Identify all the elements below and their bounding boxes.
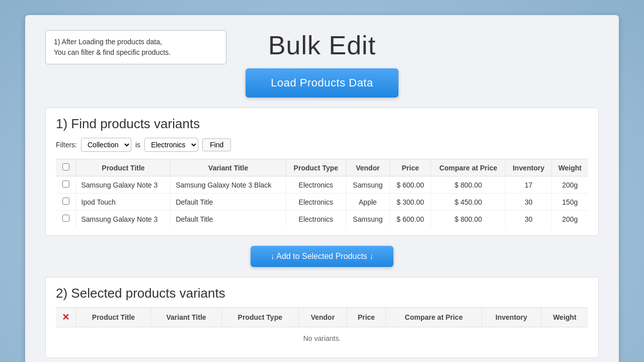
- instruction-text-2: You can filter & find specific products.: [54, 48, 171, 56]
- row-checkbox-2[interactable]: [62, 215, 69, 222]
- filters-label: Filters:: [56, 141, 77, 149]
- no-variants-row: No variants.: [56, 327, 588, 350]
- row-checkbox-0[interactable]: [62, 180, 69, 188]
- filter-operator: is: [135, 141, 140, 149]
- header-area: 1) After Loading the products data, You …: [45, 30, 599, 98]
- col-weight-header: Weight: [551, 159, 588, 176]
- table-row: Samsung Galaxy Note 3 Samsung Galaxy Not…: [56, 176, 588, 194]
- col-price-header: Price: [390, 159, 431, 176]
- load-products-button[interactable]: Load Products Data: [246, 68, 398, 98]
- selected-section-title: 2) Selected products variants: [56, 286, 588, 301]
- find-products-table: Product Title Variant Title Product Type…: [56, 159, 588, 227]
- col-vendor-header: Vendor: [346, 159, 389, 176]
- row-price: $ 600.00: [390, 211, 431, 228]
- no-variants-message: No variants.: [56, 327, 588, 350]
- select-all-checkbox[interactable]: [62, 163, 69, 170]
- row-checkbox-cell: [56, 176, 76, 194]
- row-product-title: Samsung Galaxy Note 3: [76, 211, 171, 228]
- remove-all-icon[interactable]: ✕: [62, 312, 69, 322]
- row-product-type: Electronics: [286, 194, 346, 211]
- row-vendor: Samsung: [346, 211, 389, 228]
- sel-col-weight: Weight: [541, 308, 588, 327]
- selected-products-section: 2) Selected products variants ✕ Product …: [45, 277, 599, 358]
- selected-products-table: ✕ Product Title Variant Title Product Ty…: [56, 307, 588, 349]
- row-product-type: Electronics: [286, 211, 346, 228]
- filters-row: Filters: Collection is Electronics Find: [56, 138, 588, 152]
- col-variant-title-header: Variant Title: [171, 159, 286, 176]
- row-checkbox-cell: [56, 194, 76, 211]
- row-checkbox-1[interactable]: [62, 198, 69, 205]
- find-section-title: 1) Find products variants: [56, 116, 588, 132]
- find-products-section: 1) Find products variants Filters: Colle…: [45, 108, 599, 236]
- filter-field-select[interactable]: Collection: [81, 138, 131, 152]
- col-checkbox-header: [56, 159, 76, 176]
- row-compare-price: $ 800.00: [431, 211, 506, 228]
- col-inventory-header: Inventory: [506, 159, 551, 176]
- row-price: $ 300.00: [390, 194, 431, 211]
- row-inventory: 17: [506, 176, 551, 194]
- row-vendor: Samsung: [346, 176, 389, 194]
- row-product-title: Samsung Galaxy Note 3: [76, 176, 171, 194]
- row-price: $ 600.00: [390, 176, 431, 194]
- row-inventory: 30: [506, 194, 551, 211]
- row-variant-title: Default Title: [171, 211, 286, 228]
- col-remove-header: ✕: [56, 308, 76, 327]
- col-product-title-header: Product Title: [76, 159, 171, 176]
- sel-col-variant-title: Variant Title: [151, 308, 221, 327]
- instruction-text: 1) After Loading the products data,: [54, 38, 162, 46]
- row-weight: 150g: [551, 194, 588, 211]
- col-compare-price-header: Compare at Price: [431, 159, 506, 176]
- row-weight: 200g: [551, 176, 588, 194]
- page-title: Bulk Edit: [268, 30, 376, 60]
- find-button[interactable]: Find: [202, 138, 231, 151]
- sel-col-price: Price: [347, 308, 385, 327]
- filter-value-select[interactable]: Electronics: [144, 138, 198, 152]
- main-container: 1) After Loading the products data, You …: [25, 15, 619, 362]
- row-variant-title: Samsung Galaxy Note 3 Black: [171, 176, 286, 194]
- row-weight: 200g: [551, 211, 588, 228]
- sel-col-compare-price: Compare at Price: [386, 308, 482, 327]
- row-product-title: Ipod Touch: [76, 194, 171, 211]
- table-row: Samsung Galaxy Note 3 Default Title Elec…: [56, 211, 588, 228]
- row-product-type: Electronics: [286, 176, 346, 194]
- find-table-header-row: Product Title Variant Title Product Type…: [56, 159, 588, 176]
- table-row: Ipod Touch Default Title Electronics App…: [56, 194, 588, 211]
- col-product-type-header: Product Type: [286, 159, 346, 176]
- row-checkbox-cell: [56, 211, 76, 228]
- row-inventory: 30: [506, 211, 551, 228]
- sel-col-product-title: Product Title: [76, 308, 151, 327]
- row-compare-price: $ 800.00: [431, 176, 506, 194]
- sel-col-inventory: Inventory: [482, 308, 541, 327]
- sel-col-vendor: Vendor: [298, 308, 347, 327]
- row-compare-price: $ 450.00: [431, 194, 506, 211]
- add-button-container: ↓ Add to Selected Products ↓: [45, 246, 599, 267]
- add-to-selected-button[interactable]: ↓ Add to Selected Products ↓: [251, 246, 394, 267]
- row-vendor: Apple: [346, 194, 389, 211]
- sel-col-product-type: Product Type: [221, 308, 298, 327]
- header-center: Bulk Edit Load Products Data: [246, 30, 398, 98]
- instruction-box: 1) After Loading the products data, You …: [45, 30, 226, 64]
- selected-table-header-row: ✕ Product Title Variant Title Product Ty…: [56, 308, 588, 327]
- row-variant-title: Default Title: [171, 194, 286, 211]
